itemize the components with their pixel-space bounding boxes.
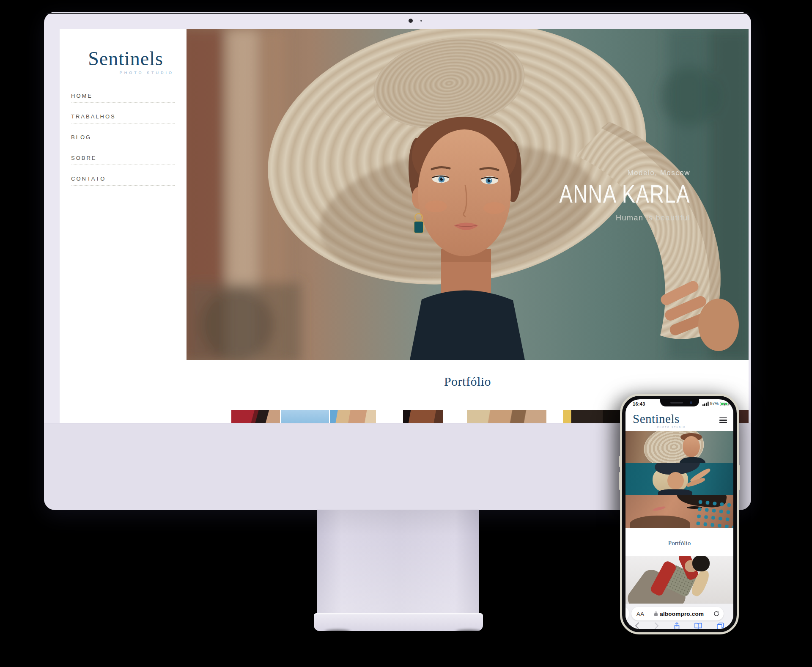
webcam-icon (409, 19, 413, 23)
battery-percent: 97% (710, 401, 719, 406)
nav-label: SOBRE (71, 151, 175, 161)
cellular-signal-icon (702, 401, 709, 406)
share-icon[interactable] (674, 622, 680, 629)
hero-tagline: Human is beautiful (521, 214, 690, 222)
volume-up-button[interactable] (619, 456, 620, 467)
safari-toolbar (625, 622, 733, 629)
url-text: alboompro.com (660, 611, 704, 617)
back-button[interactable] (635, 622, 639, 629)
sidebar-item-contato[interactable]: CONTATO (71, 172, 175, 192)
iphone-screen: 16:43 97% Sentinels (625, 399, 733, 629)
mobile-photo-hat-woman[interactable] (625, 463, 733, 495)
portfolio-thumbnail[interactable] (281, 410, 329, 423)
url-bar[interactable]: AA alboompro.com (631, 607, 724, 620)
portfolio-thumbnail[interactable] (403, 410, 443, 423)
safari-bottom-bar: AA alboompro.com (625, 604, 733, 629)
mobile-photo-man-flowers[interactable] (625, 495, 733, 528)
imac-stand-foot (325, 630, 350, 634)
status-time: 16:43 (633, 401, 645, 406)
mobile-header: Sentinels PHOTO STUDIO (625, 406, 733, 431)
webcam-indicator-light (420, 20, 422, 22)
mobile-photo-red-jacket[interactable] (625, 556, 733, 604)
hero-banner: Modelo, Moscow ANNA KARLA Human is beaut… (187, 29, 749, 360)
adjacent-tab-pill[interactable] (625, 607, 629, 620)
portfolio-thumbnail[interactable] (739, 410, 749, 423)
mobile-site-logo-tagline: PHOTO STUDIO (657, 426, 686, 428)
sidebar-item-sobre[interactable]: SOBRE (71, 151, 175, 172)
mobile-portfolio-heading: Portfólio (625, 540, 733, 547)
portfolio-thumbnail[interactable] (231, 410, 280, 423)
bookmarks-icon[interactable] (694, 623, 702, 629)
hero-subtitle: Modelo, Moscow (521, 169, 690, 177)
nav-label: HOME (71, 89, 175, 99)
status-bar: 16:43 97% (625, 401, 733, 407)
imac-stand-base (314, 613, 483, 631)
power-button[interactable] (739, 465, 740, 490)
hamburger-menu-icon[interactable] (719, 417, 727, 423)
portfolio-thumbnail[interactable] (330, 410, 376, 423)
site-logo[interactable]: Sentinels (60, 47, 187, 70)
mobile-hero-photo-anna[interactable] (625, 431, 733, 463)
site-logo-tagline: PHOTO STUDIO (60, 71, 187, 75)
refresh-icon[interactable] (713, 611, 719, 617)
iphone-device: 16:43 97% Sentinels (620, 394, 739, 634)
volume-down-button[interactable] (619, 472, 620, 490)
imac-stand-neck (317, 510, 479, 615)
imac-stand-foot (456, 630, 481, 634)
sidebar-item-trabalhos[interactable]: TRABALHOS (71, 110, 175, 130)
reader-text-size-button[interactable]: AA (636, 611, 644, 617)
imac-screen: Sentinels PHOTO STUDIO HOME TRABALHOS BL… (60, 29, 749, 423)
imac-top-edge (47, 13, 749, 14)
sidebar-item-home[interactable]: HOME (71, 89, 175, 110)
nav-label: TRABALHOS (71, 110, 175, 120)
forward-button[interactable] (654, 622, 659, 629)
nav-label: CONTATO (71, 172, 175, 182)
hero-title: ANNA KARLA (525, 179, 690, 209)
battery-charging-icon (720, 402, 729, 406)
mockup-stage: Sentinels PHOTO STUDIO HOME TRABALHOS BL… (0, 0, 812, 667)
main-nav: HOME TRABALHOS BLOG SOBRE CONTATO (71, 89, 175, 192)
tabs-icon[interactable] (717, 623, 724, 629)
mobile-site-logo[interactable]: Sentinels (633, 412, 680, 426)
portfolio-thumbnail[interactable] (467, 410, 546, 423)
sidebar: Sentinels PHOTO STUDIO HOME TRABALHOS BL… (60, 29, 187, 423)
lock-icon (654, 611, 658, 616)
portfolio-heading: Portfólio (187, 360, 749, 389)
nav-label: BLOG (71, 130, 175, 140)
sidebar-item-blog[interactable]: BLOG (71, 130, 175, 151)
